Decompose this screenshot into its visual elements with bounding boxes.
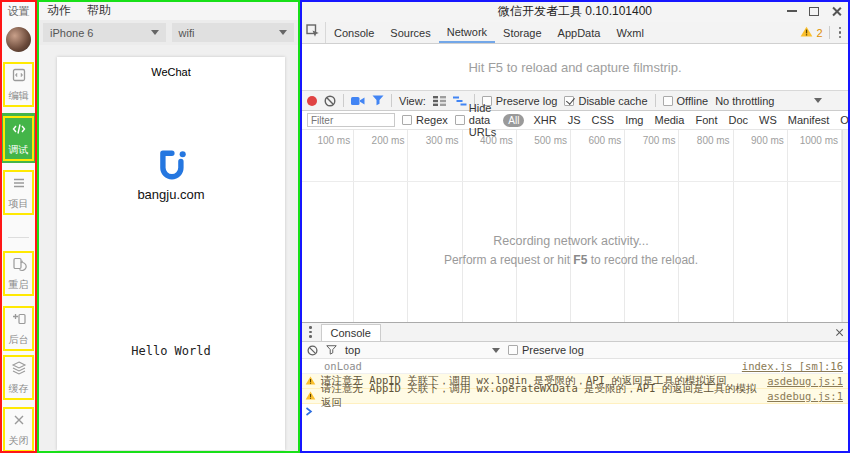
project-list-icon bbox=[11, 175, 27, 195]
checkbox[interactable] bbox=[663, 96, 673, 106]
console-tab[interactable]: Console bbox=[321, 324, 381, 341]
timeline-column: 900 ms bbox=[734, 130, 788, 322]
timeline-column: 600 ms bbox=[571, 130, 625, 322]
cache-layers-icon bbox=[11, 360, 27, 380]
console-warning-row: 请注意无 AppID 关联下，调用 wx.operateWXData 是受限的，… bbox=[300, 389, 850, 404]
inspect-cursor-icon bbox=[306, 24, 320, 42]
checkbox[interactable] bbox=[508, 345, 518, 355]
sidebar-item-label: 后台 bbox=[9, 333, 29, 347]
sidebar-item-cache[interactable]: 缓存 bbox=[0, 355, 37, 400]
tab-appdata[interactable]: AppData bbox=[550, 22, 609, 43]
sidebar-item-label: 调试 bbox=[9, 143, 29, 157]
inspect-element-button[interactable] bbox=[300, 22, 326, 43]
sidebar-item-label: 关闭 bbox=[9, 434, 29, 448]
filter-type-css[interactable]: CSS bbox=[590, 114, 617, 126]
console-tabbar: Console bbox=[300, 323, 850, 342]
sidebar-item-debug[interactable]: 调试 bbox=[0, 113, 37, 163]
warning-triangle-icon bbox=[800, 26, 813, 39]
filter-funnel-icon[interactable] bbox=[372, 95, 384, 106]
overflow-menu-button[interactable] bbox=[836, 27, 845, 39]
reload-hint-text: Perform a request or hit F5 to record th… bbox=[300, 253, 842, 267]
tab-sources[interactable]: Sources bbox=[382, 22, 438, 43]
tab-console[interactable]: Console bbox=[326, 22, 382, 43]
tab-wxml[interactable]: Wxml bbox=[608, 22, 652, 43]
checkbox[interactable] bbox=[564, 96, 574, 106]
maximize-button[interactable] bbox=[809, 7, 819, 16]
record-button[interactable] bbox=[307, 96, 317, 106]
filter-type-doc[interactable]: Doc bbox=[726, 114, 750, 126]
sidebar-item-label: 编辑 bbox=[9, 89, 29, 103]
filter-type-manifest[interactable]: Manifest bbox=[786, 114, 832, 126]
device-select[interactable]: iPhone 6 bbox=[43, 23, 166, 42]
network-type-select[interactable]: wifi bbox=[172, 23, 295, 42]
hello-world-text: Hello World bbox=[57, 344, 285, 358]
settings-button[interactable]: 设置 bbox=[0, 4, 37, 19]
drawer-menu-button[interactable] bbox=[306, 326, 315, 338]
recording-status-text: Recording network activity... bbox=[300, 234, 842, 248]
warning-count: 2 bbox=[816, 27, 822, 39]
filter-type-img[interactable]: Img bbox=[623, 114, 645, 126]
checkbox[interactable] bbox=[402, 115, 412, 125]
disable-cache-checkbox[interactable]: Disable cache bbox=[564, 95, 647, 107]
offline-checkbox[interactable]: Offline bbox=[663, 95, 709, 107]
close-drawer-button[interactable] bbox=[835, 328, 844, 337]
console-filter-icon[interactable] bbox=[326, 345, 337, 355]
background-icon bbox=[11, 311, 27, 331]
clear-console-icon[interactable] bbox=[307, 345, 318, 356]
minimize-button[interactable] bbox=[787, 10, 797, 12]
filter-type-ws[interactable]: WS bbox=[757, 114, 779, 126]
source-link[interactable]: asdebug.js:1 bbox=[767, 390, 843, 402]
devtools-titlebar: 微信开发者工具 0.10.101400 bbox=[300, 0, 850, 22]
page-title: WeChat bbox=[57, 66, 285, 78]
close-window-button[interactable] bbox=[831, 6, 842, 17]
filter-type-js[interactable]: JS bbox=[566, 114, 583, 126]
devtools-tabbar: Console Sources Network Storage AppData … bbox=[300, 22, 850, 44]
sidebar-item-background[interactable]: 后台 bbox=[0, 306, 37, 351]
menu-action[interactable]: 动作 bbox=[47, 2, 71, 19]
device-select-value: iPhone 6 bbox=[50, 27, 93, 39]
tab-storage[interactable]: Storage bbox=[495, 22, 550, 43]
throttling-select[interactable]: No throttling bbox=[715, 95, 822, 107]
clear-icon[interactable] bbox=[324, 95, 336, 107]
sidebar-item-label: 缓存 bbox=[9, 382, 29, 396]
timeline-column: 200 ms bbox=[354, 130, 408, 322]
sidebar-item-close[interactable]: 关闭 bbox=[0, 407, 37, 452]
sidebar-item-edit[interactable]: 编辑 bbox=[0, 62, 37, 107]
source-link[interactable]: asdebug.js:1 bbox=[767, 375, 843, 387]
regex-label: Regex bbox=[416, 114, 448, 126]
sidebar-item-restart[interactable]: 重启 bbox=[0, 251, 37, 296]
execution-context-select[interactable]: top bbox=[345, 344, 500, 356]
warnings-badge[interactable]: 2 bbox=[800, 26, 822, 39]
filter-type-other[interactable]: Other bbox=[838, 114, 850, 126]
simulator-toolbar: iPhone 6 wifi bbox=[37, 20, 300, 45]
filter-type-xhr[interactable]: XHR bbox=[531, 114, 558, 126]
filter-type-media[interactable]: Media bbox=[652, 114, 686, 126]
chevron-down-icon bbox=[151, 30, 159, 35]
sidebar-item-project[interactable]: 项目 bbox=[0, 170, 37, 215]
divider bbox=[829, 26, 830, 39]
timeline-column: 1000 ms bbox=[788, 130, 842, 322]
scrollbar[interactable] bbox=[842, 130, 848, 322]
filter-type-font[interactable]: Font bbox=[693, 114, 719, 126]
console-toolbar: top Preserve log bbox=[300, 342, 850, 359]
context-value: top bbox=[345, 344, 360, 356]
network-filter-row: Regex Hide data URLs All XHR JS CSS Img … bbox=[300, 111, 850, 130]
console-drawer: Console top Preserve log bbox=[300, 322, 850, 451]
chevron-down-icon bbox=[492, 348, 500, 353]
sidebar-item-label: 项目 bbox=[9, 197, 29, 211]
capture-screenshots-icon[interactable] bbox=[351, 96, 365, 106]
timeline-column: 700 ms bbox=[625, 130, 679, 322]
menu-help[interactable]: 帮助 bbox=[87, 2, 111, 19]
timeline-column: 500 ms bbox=[517, 130, 571, 322]
source-link[interactable]: index.js [sm]:16 bbox=[742, 360, 843, 372]
checkbox[interactable] bbox=[455, 115, 465, 125]
phone-screen: WeChat bangju.com Hello World bbox=[57, 57, 285, 450]
offline-label: Offline bbox=[677, 95, 709, 107]
avatar[interactable] bbox=[6, 27, 31, 52]
view-list-icon[interactable] bbox=[433, 96, 446, 106]
regex-checkbox[interactable]: Regex bbox=[402, 114, 448, 126]
tab-network[interactable]: Network bbox=[439, 22, 495, 43]
console-preserve-log-checkbox[interactable]: Preserve log bbox=[508, 344, 584, 356]
filter-type-all[interactable]: All bbox=[503, 114, 524, 127]
filter-input[interactable] bbox=[307, 113, 395, 127]
